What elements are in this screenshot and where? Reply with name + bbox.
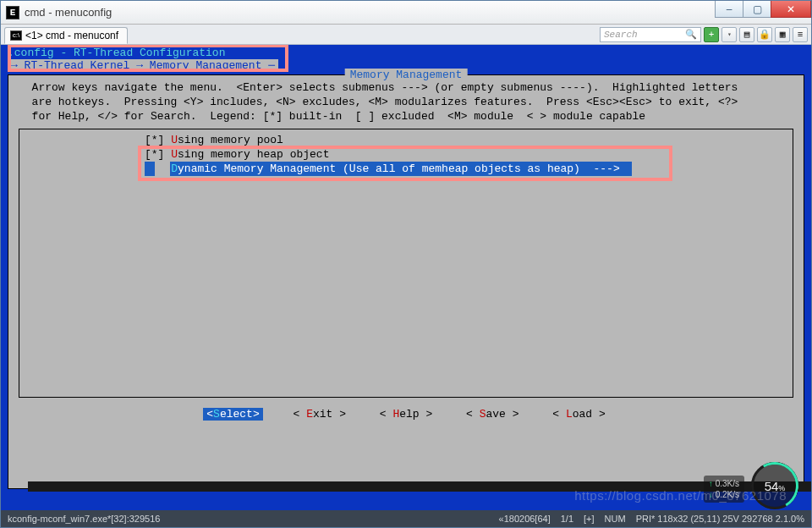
status-process: kconfig-mconf_win7.exe*[32]:329516: [8, 514, 160, 524]
upload-speed: 0.3K/s: [709, 478, 739, 489]
tab-label: <1> cmd - menuconf: [25, 30, 118, 41]
search-icon: 🔍: [685, 29, 697, 40]
list-button[interactable]: ≡: [793, 27, 808, 42]
load-button[interactable]: < Load >: [549, 408, 608, 421]
exit-button[interactable]: < Exit >: [290, 408, 349, 421]
close-button[interactable]: ✕: [771, 1, 811, 18]
save-button[interactable]: < Save >: [463, 408, 522, 421]
menuconfig-panel: Memory Management Arrow keys navigate th…: [8, 74, 804, 489]
dropdown-button[interactable]: ▾: [721, 27, 737, 42]
add-tab-button[interactable]: +: [704, 27, 719, 42]
status-insert: [+]: [584, 514, 595, 524]
panel-shadow: [28, 481, 811, 492]
help-text: Arrow keys navigate the menu. <Enter> se…: [8, 75, 804, 127]
gauge-suffix: %: [778, 484, 785, 492]
tab-strip: c:\ <1> cmd - menuconf Search 🔍 + ▾ ▤ 🔒 …: [1, 25, 811, 45]
download-speed: 0.2K/s: [709, 489, 739, 500]
cmd-icon: c:\: [10, 30, 22, 41]
gauge-value: 54: [765, 479, 779, 493]
maximize-button[interactable]: ▢: [743, 1, 771, 18]
status-bar: kconfig-mconf_win7.exe*[32]:329516 «1802…: [1, 510, 811, 527]
lock-button[interactable]: 🔒: [757, 27, 772, 42]
select-button[interactable]: <Select>: [203, 408, 262, 421]
status-position: 1/1: [561, 514, 573, 524]
window-title: cmd - menuconfig: [25, 6, 716, 19]
status-numlock: NUM: [605, 514, 626, 524]
status-metrics: PRI* 118x32 (25,11) 25V 292768 2.1.0%: [636, 514, 804, 524]
cpu-gauge: 54%: [751, 462, 798, 509]
help-button[interactable]: < Help >: [376, 408, 436, 421]
minimize-button[interactable]: –: [715, 1, 743, 18]
button-row: <Select> < Exit > < Help > < Save > < Lo…: [8, 408, 804, 421]
options-button[interactable]: ▤: [739, 27, 754, 42]
app-icon: E: [6, 6, 19, 19]
search-placeholder: Search: [604, 30, 638, 40]
menu-item-memory-heap[interactable]: [*] Using memory heap object: [19, 147, 793, 162]
status-encoding: «180206[64]: [499, 514, 551, 524]
console-area: .config - RT-Thread Configuration → RT-T…: [1, 45, 811, 510]
menu-list[interactable]: [*] Using memory pool [*] Using memory h…: [19, 129, 793, 398]
network-speed-overlay: 0.3K/s 0.2K/s: [704, 476, 744, 503]
menu-item-memory-pool[interactable]: [*] Using memory pool: [19, 133, 793, 147]
config-header: .config - RT-Thread Configuration: [1, 45, 811, 59]
search-input[interactable]: Search 🔍: [600, 27, 701, 42]
menu-item-dynamic-memory[interactable]: Dynamic Memory Management (Use all of me…: [19, 162, 793, 176]
window-titlebar[interactable]: E cmd - menuconfig – ▢ ✕: [1, 1, 811, 25]
grid-button[interactable]: ▦: [775, 27, 790, 42]
tab-cmd[interactable]: c:\ <1> cmd - menuconf: [4, 27, 128, 44]
panel-title: Memory Management: [345, 69, 468, 81]
breadcrumb: → RT-Thread Kernel → Memory Management ─: [8, 59, 278, 72]
